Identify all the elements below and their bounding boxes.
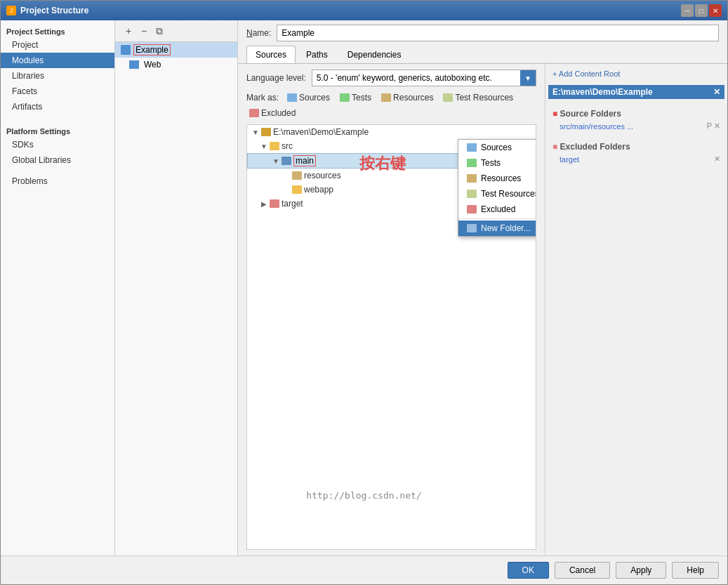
tree-toggle-root[interactable]: ▼	[250, 126, 261, 138]
info-panel: + Add Content Root E:\maven\Demo\Example…	[545, 64, 727, 556]
sidebar-item-facets[interactable]: Facets	[1, 84, 114, 99]
context-item-sources[interactable]: Sources Alt+S	[458, 140, 536, 155]
mark-tests-btn[interactable]: Tests	[337, 92, 374, 103]
sources-folder-icon	[287, 93, 297, 102]
content-left: Language level: 5.0 - 'enum' keyword, ge…	[238, 64, 545, 556]
minimize-button[interactable]: ─	[681, 4, 694, 17]
tree-label-webapp: webapp	[304, 185, 333, 195]
tree-label-main: main	[293, 155, 316, 166]
window-title: Project Structure	[20, 6, 681, 15]
language-level-label: Language level:	[246, 73, 306, 83]
root-folder-icon	[261, 128, 271, 136]
context-item-tests[interactable]: Tests Alt+T	[458, 155, 536, 171]
tree-toggle-target[interactable]: ▶	[258, 198, 270, 209]
tab-sources[interactable]: Sources	[246, 46, 296, 63]
app-icon: J	[6, 6, 16, 15]
cancel-button[interactable]: Cancel	[555, 562, 610, 579]
tests-folder-icon	[340, 93, 350, 102]
remove-module-button[interactable]: −	[136, 23, 152, 39]
sidebar-item-artifacts[interactable]: Artifacts	[1, 99, 114, 114]
context-menu: Sources Alt+S Tests Alt+T	[458, 139, 536, 237]
tree-toggle-main[interactable]: ▼	[270, 155, 282, 166]
project-settings-title: Project Settings	[1, 23, 114, 37]
title-bar: J Project Structure ─ □ ✕	[1, 1, 727, 20]
target-folder-icon	[270, 199, 279, 208]
mark-as-row: Mark as: Sources Tests Res	[246, 92, 536, 119]
module-toolbar: + − ⧉	[115, 20, 237, 42]
tree-label-resources: resources	[304, 171, 341, 180]
mark-excluded-btn[interactable]: Excluded	[246, 107, 298, 119]
excluded-path-remove-icon[interactable]: ✕	[714, 155, 720, 164]
excluded-folders-label: ■ Excluded Folders	[548, 139, 724, 153]
context-newfolder-icon	[467, 224, 477, 232]
context-item-new-folder[interactable]: New Folder...	[458, 221, 536, 236]
sidebar-item-libraries[interactable]: Libraries	[1, 68, 114, 84]
ok-button[interactable]: OK	[508, 562, 549, 579]
mark-resources-btn[interactable]: Resources	[378, 92, 436, 103]
mark-test-resources-btn[interactable]: Test Resources	[440, 92, 516, 103]
add-module-button[interactable]: +	[121, 23, 136, 39]
sidebar-item-sdks[interactable]: SDKs	[1, 137, 114, 152]
name-input[interactable]	[277, 25, 719, 41]
language-level-value: 5.0 - 'enum' keyword, generics, autoboxi…	[312, 72, 520, 84]
excluded-folder-icon	[249, 109, 259, 117]
module-icon-web	[129, 60, 139, 69]
context-tests-icon	[467, 159, 477, 167]
resources-folder-icon	[381, 93, 391, 102]
module-icon-example	[121, 45, 131, 55]
close-button[interactable]: ✕	[709, 4, 722, 17]
resources-folder-icon-tree	[292, 171, 302, 180]
window-controls: ─ □ ✕	[681, 4, 722, 17]
sidebar-item-problems[interactable]: Problems	[1, 173, 114, 189]
src-folder-icon	[270, 142, 279, 150]
platform-settings-title: Platform Settings	[1, 123, 114, 137]
module-list: Example Web	[115, 42, 237, 556]
apply-button[interactable]: Apply	[616, 562, 666, 579]
language-level-dropdown-btn[interactable]: ▼	[520, 70, 536, 86]
source-path-row[interactable]: src/main/resources ... P ✕	[548, 120, 724, 132]
context-testres-icon	[467, 190, 477, 198]
module-right-panel: Name: Sources Paths Dependencies Languag…	[238, 20, 727, 556]
excluded-path-row[interactable]: target ✕	[548, 153, 724, 165]
copy-module-button[interactable]: ⧉	[152, 23, 167, 39]
main-content: Project Settings Project Modules Librari…	[1, 20, 727, 556]
tree-label-src: src	[282, 141, 293, 151]
add-content-root-btn[interactable]: + Add Content Root	[548, 67, 724, 81]
sidebar-item-project[interactable]: Project	[1, 37, 114, 53]
tree-item-root[interactable]: ▼ E:\maven\Demo\Example	[247, 125, 536, 139]
bottom-bar: OK Cancel Apply Help	[1, 556, 727, 584]
context-separator	[458, 218, 536, 219]
sidebar-item-modules[interactable]: Modules	[1, 53, 114, 68]
module-list-panel: + − ⧉ Example Web	[115, 20, 238, 556]
help-button[interactable]: Help	[672, 562, 719, 579]
main-folder-icon	[282, 157, 291, 165]
tab-paths[interactable]: Paths	[297, 46, 337, 63]
module-page: + − ⧉ Example Web	[115, 20, 727, 556]
path-close-icon[interactable]: ✕	[713, 87, 720, 97]
name-bar: Name:	[238, 20, 727, 46]
tabs-bar: Sources Paths Dependencies	[238, 46, 727, 64]
source-folders-label: ■ Source Folders	[548, 106, 724, 120]
module-item-web[interactable]: Web	[115, 58, 237, 72]
tree-toggle-src[interactable]: ▼	[258, 140, 270, 152]
language-level-select[interactable]: 5.0 - 'enum' keyword, generics, autoboxi…	[312, 70, 536, 86]
maximize-button[interactable]: □	[695, 4, 708, 17]
source-path-remove-icon[interactable]: P ✕	[707, 121, 720, 131]
context-item-test-resources[interactable]: Test Resources	[458, 186, 536, 202]
mark-sources-btn[interactable]: Sources	[284, 92, 333, 103]
sidebar-item-global-libraries[interactable]: Global Libraries	[1, 152, 114, 168]
webapp-folder-icon	[292, 185, 302, 194]
excluded-folders-section: ■ Excluded Folders target ✕	[548, 139, 724, 165]
context-sources-icon	[467, 143, 477, 152]
tab-dependencies[interactable]: Dependencies	[338, 46, 411, 63]
tree-toggle-resources[interactable]: ▶	[281, 170, 292, 181]
context-item-resources[interactable]: Resources	[458, 171, 536, 186]
name-label: Name:	[246, 28, 271, 38]
context-item-excluded[interactable]: Excluded Alt+E	[458, 202, 536, 217]
module-item-example[interactable]: Example	[115, 42, 237, 58]
test-resources-folder-icon	[443, 93, 453, 102]
path-header-bar: E:\maven\Demo\Example ✕	[548, 85, 724, 99]
tree-toggle-webapp[interactable]: ▶	[281, 184, 292, 195]
sidebar: Project Settings Project Modules Librari…	[1, 20, 115, 556]
file-tree[interactable]: ▼ E:\maven\Demo\Example ▼ src	[246, 124, 536, 550]
